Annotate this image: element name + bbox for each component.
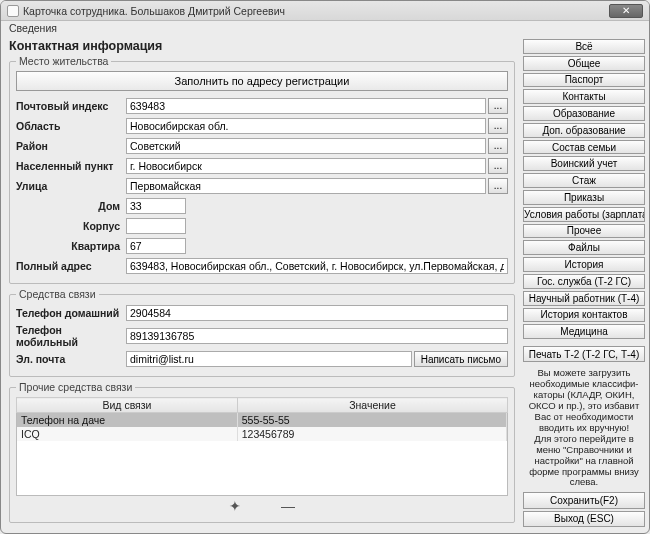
building-input[interactable] bbox=[126, 218, 186, 234]
help-text: Вы можете загрузить необходимые классифи… bbox=[523, 368, 645, 488]
exit-button[interactable]: Выход (ESC) bbox=[523, 511, 645, 527]
fill-from-registration-button[interactable]: Заполнить по адресу регистрации bbox=[16, 71, 508, 91]
full-address-input[interactable] bbox=[126, 258, 508, 274]
other-contacts-table[interactable]: Вид связи Значение bbox=[16, 397, 508, 413]
postal-lookup-button[interactable]: ... bbox=[488, 98, 508, 114]
region-lookup-button[interactable]: ... bbox=[488, 118, 508, 134]
contacts-group: Средства связи Телефон домашний Телефон … bbox=[9, 288, 515, 377]
city-lookup-button[interactable]: ... bbox=[488, 158, 508, 174]
sidebar-tab-all[interactable]: Всё bbox=[523, 39, 645, 54]
house-input[interactable] bbox=[126, 198, 186, 214]
sidebar-tab-scientist[interactable]: Научный работник (Т-4) bbox=[523, 291, 645, 306]
titlebar: Карточка сотрудника. Большаков Дмитрий С… bbox=[1, 1, 649, 21]
write-email-button[interactable]: Написать письмо bbox=[414, 351, 508, 367]
contacts-legend: Средства связи bbox=[16, 288, 99, 300]
residence-group: Место жительства Заполнить по адресу рег… bbox=[9, 55, 515, 284]
cell-value: 555-55-55 bbox=[237, 413, 506, 427]
sidebar-tab-orders[interactable]: Приказы bbox=[523, 190, 645, 205]
sidebar-tab-contact-history[interactable]: История контактов bbox=[523, 308, 645, 323]
cell-type: ICQ bbox=[17, 427, 237, 441]
postal-input[interactable] bbox=[126, 98, 486, 114]
window: Карточка сотрудника. Большаков Дмитрий С… bbox=[0, 0, 650, 534]
sidebar-tab-gov-service[interactable]: Гос. служба (Т-2 ГС) bbox=[523, 274, 645, 289]
table-row[interactable]: Телефон на даче 555-55-55 bbox=[17, 413, 507, 427]
cell-type: Телефон на даче bbox=[17, 413, 237, 427]
window-title: Карточка сотрудника. Большаков Дмитрий С… bbox=[23, 5, 609, 17]
label-email: Эл. почта bbox=[16, 353, 126, 365]
email-input[interactable] bbox=[126, 351, 412, 367]
label-flat: Квартира bbox=[16, 240, 126, 252]
print-t2-button[interactable]: Печать Т-2 (Т-2 ГС, Т-4) bbox=[523, 346, 645, 362]
label-city: Населенный пункт bbox=[16, 160, 126, 172]
other-contacts-legend: Прочие средства связи bbox=[16, 381, 135, 393]
label-home-phone: Телефон домашний bbox=[16, 307, 126, 319]
district-input[interactable] bbox=[126, 138, 486, 154]
label-district: Район bbox=[16, 140, 126, 152]
menubar: Сведения bbox=[1, 21, 649, 35]
sidebar-tab-medicine[interactable]: Медицина bbox=[523, 324, 645, 339]
district-lookup-button[interactable]: ... bbox=[488, 138, 508, 154]
main-panel: Контактная информация Место жительства З… bbox=[1, 35, 521, 533]
region-input[interactable] bbox=[126, 118, 486, 134]
mobile-phone-input[interactable] bbox=[126, 328, 508, 344]
sidebar-tab-add-education[interactable]: Доп. образование bbox=[523, 123, 645, 138]
label-full-address: Полный адрес bbox=[16, 260, 126, 272]
label-region: Область bbox=[16, 120, 126, 132]
label-postal: Почтовый индекс bbox=[16, 100, 126, 112]
sidebar-tab-contacts[interactable]: Контакты bbox=[523, 89, 645, 104]
close-button[interactable]: ✕ bbox=[609, 4, 643, 18]
cell-value: 123456789 bbox=[237, 427, 506, 441]
street-lookup-button[interactable]: ... bbox=[488, 178, 508, 194]
remove-row-button[interactable]: — bbox=[281, 498, 295, 514]
table-row[interactable]: ICQ 123456789 bbox=[17, 427, 507, 441]
app-icon bbox=[7, 5, 19, 17]
sidebar-tab-military[interactable]: Воинский учет bbox=[523, 156, 645, 171]
add-row-button[interactable]: ✦ bbox=[229, 498, 241, 514]
sidebar-tab-experience[interactable]: Стаж bbox=[523, 173, 645, 188]
sidebar-tab-other[interactable]: Прочее bbox=[523, 224, 645, 239]
col-value[interactable]: Значение bbox=[237, 398, 507, 413]
sidebar-tab-salary[interactable]: Условия работы (зарплата) bbox=[523, 207, 645, 222]
menu-info[interactable]: Сведения bbox=[9, 22, 57, 34]
city-input[interactable] bbox=[126, 158, 486, 174]
col-type[interactable]: Вид связи bbox=[17, 398, 238, 413]
residence-legend: Место жительства bbox=[16, 55, 111, 67]
label-house: Дом bbox=[16, 200, 126, 212]
street-input[interactable] bbox=[126, 178, 486, 194]
sidebar-tab-history[interactable]: История bbox=[523, 257, 645, 272]
label-street: Улица bbox=[16, 180, 126, 192]
page-title: Контактная информация bbox=[9, 39, 515, 53]
sidebar-tab-education[interactable]: Образование bbox=[523, 106, 645, 121]
flat-input[interactable] bbox=[126, 238, 186, 254]
home-phone-input[interactable] bbox=[126, 305, 508, 321]
sidebar-tab-family[interactable]: Состав семьи bbox=[523, 140, 645, 155]
label-mobile-phone: Телефон мобильный bbox=[16, 324, 126, 348]
save-button[interactable]: Сохранить(F2) bbox=[523, 492, 645, 508]
sidebar-tab-general[interactable]: Общее bbox=[523, 56, 645, 71]
label-building: Корпус bbox=[16, 220, 126, 232]
sidebar-tab-passport[interactable]: Паспорт bbox=[523, 73, 645, 88]
other-contacts-group: Прочие средства связи Вид связи Значение… bbox=[9, 381, 515, 523]
sidebar-tab-files[interactable]: Файлы bbox=[523, 240, 645, 255]
sidebar: Всё Общее Паспорт Контакты Образование Д… bbox=[521, 35, 649, 533]
